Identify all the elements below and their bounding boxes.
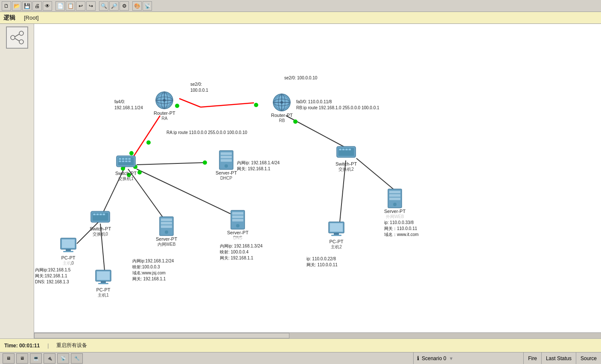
device-icon-5[interactable]: 📡 (57, 353, 69, 364)
device-icon-4[interactable]: 🔌 (44, 353, 55, 364)
svg-rect-90 (63, 251, 73, 252)
svg-rect-64 (96, 214, 99, 215)
pc2-info: ip: 110.0.0.22/8 网关: 110.0.0.11 (306, 250, 338, 274)
server-dhcp[interactable]: Server-PT DHCP (216, 150, 237, 181)
svg-rect-51 (119, 160, 121, 162)
svg-line-5 (179, 99, 201, 107)
svg-rect-84 (389, 194, 400, 197)
svg-rect-94 (98, 283, 108, 284)
scenario-label: Scenario 0 (422, 355, 446, 361)
pc2[interactable]: PC-PT 主机2 (327, 221, 346, 250)
svg-rect-92 (97, 271, 110, 280)
svg-point-1 (19, 31, 23, 35)
svg-rect-47 (119, 158, 121, 160)
svg-line-6 (201, 103, 254, 107)
source-button[interactable]: Source (576, 352, 601, 364)
bottom-right: ℹ Scenario 0 ▼ Fire Last Status Source (413, 352, 601, 364)
switch0[interactable]: Switch-PT 交换机0 (90, 207, 111, 237)
svg-rect-97 (334, 233, 339, 235)
copy-button[interactable]: 📄 (55, 1, 65, 11)
server-dns[interactable]: Server-PT DNS (227, 210, 248, 241)
svg-rect-88 (62, 239, 75, 248)
svg-rect-50 (128, 158, 131, 160)
device-icon-2[interactable]: 🖥 (16, 353, 28, 364)
undo-button[interactable]: ↩ (76, 1, 85, 11)
svg-point-27 (203, 160, 207, 165)
new-button[interactable]: 🗋 (2, 1, 11, 11)
svg-rect-65 (99, 214, 102, 215)
pc0-info: 内网ip:192.168.1.5 网关:192.168.1.1 DNS: 192… (35, 261, 70, 291)
svg-rect-68 (221, 152, 232, 155)
logic-label: 逻辑 (3, 14, 15, 22)
router-rb[interactable]: Router-PT RB (271, 92, 293, 123)
scenario-box: ℹ Scenario 0 ▼ (414, 355, 523, 361)
svg-rect-52 (122, 160, 125, 162)
device-icon-3[interactable]: 💻 (30, 353, 42, 364)
dhcp-info: 内网ip: 192.168.1.4/24 网关: 192.168.1.1 (237, 154, 280, 178)
rb-fa-port: fa0/0: 110.0.0.11/8 RB:ip route 192.168.… (296, 99, 379, 111)
print-button[interactable]: 🖨 (32, 1, 42, 11)
switch2[interactable]: Switch-PT 交换机2 (336, 143, 357, 172)
open-button[interactable]: 📂 (12, 1, 21, 11)
svg-rect-89 (66, 249, 71, 251)
main-canvas[interactable]: Router-PT RA fa4/0: 192.168.1.1/24 se2/0… (34, 24, 601, 338)
redo-button[interactable]: ↪ (86, 1, 96, 11)
canvas-scrollbar[interactable] (34, 332, 601, 338)
svg-rect-54 (128, 160, 131, 162)
svg-rect-57 (339, 149, 341, 151)
svg-rect-48 (122, 158, 125, 160)
svg-rect-58 (342, 149, 345, 151)
svg-point-26 (137, 170, 142, 175)
status-time: Time: 00:01:11 (4, 343, 40, 349)
svg-line-3 (15, 34, 19, 37)
svg-rect-49 (125, 158, 128, 160)
svg-rect-66 (103, 214, 105, 215)
svg-rect-60 (349, 149, 351, 151)
logic-view-icon[interactable] (6, 26, 28, 49)
server-inweb[interactable]: Server-PT 内网WEB (156, 216, 177, 247)
status-bar: Time: 00:01:11 | 重启所有设备 (0, 338, 601, 352)
preview-button[interactable]: 👁 (43, 1, 52, 11)
dns-info: 内网ip: 192.168.1.3/24 映射: 100.0.0.4 网关: 1… (220, 237, 263, 267)
bottom-devices: 🖥 🖥 💻 🔌 📡 🔧 (0, 353, 413, 364)
svg-point-2 (19, 40, 23, 44)
switch1[interactable]: Switch-PT 交换机1 (115, 152, 137, 181)
svg-line-10 (137, 163, 205, 165)
palette-button[interactable]: 🎨 (132, 1, 142, 11)
custom-button[interactable]: ⚙ (120, 1, 129, 11)
svg-rect-85 (389, 198, 400, 200)
bottom-bar: 🖥 🖥 💻 🔌 📡 🔧 ℹ Scenario 0 ▼ Fire Last Sta… (0, 352, 601, 364)
pc1[interactable]: PC-PT 主机1 (94, 269, 113, 298)
svg-rect-69 (221, 156, 232, 158)
svg-rect-79 (232, 215, 243, 218)
inweb-info: 内网ip:192.168.1.2/24 映射:100.0.0.3 域名:www.… (132, 252, 174, 288)
router-ra[interactable]: Router-PT RA (154, 90, 175, 121)
svg-rect-78 (232, 212, 243, 215)
zoom-out-button[interactable]: 🔎 (109, 1, 119, 11)
left-panel (0, 24, 34, 338)
ra-se-port: se2/0: 100.0.0.1 (190, 82, 208, 93)
last-status-button[interactable]: Last Status (541, 352, 576, 364)
zoom-in-button[interactable]: 🔍 (99, 1, 108, 11)
svg-rect-83 (389, 191, 400, 193)
svg-rect-74 (161, 222, 172, 224)
scroll-thumb[interactable] (34, 333, 289, 338)
svg-point-81 (236, 224, 239, 227)
svg-rect-73 (161, 218, 172, 221)
paste-button[interactable]: 📋 (66, 1, 75, 11)
device-icon-1[interactable]: 🖥 (3, 353, 15, 364)
ra-fa-port: fa4/0: 192.168.1.1/24 (114, 99, 143, 111)
device-icon-6[interactable]: 🔧 (71, 353, 83, 364)
logic-bar: 逻辑 [Root] (0, 12, 601, 24)
root-label: [Root] (24, 15, 39, 21)
rb-se-port: se2/0: 100.0.0.10 (284, 75, 317, 81)
svg-point-19 (146, 140, 151, 145)
network-button[interactable]: 📡 (143, 1, 152, 11)
fire-button[interactable]: Fire (523, 352, 541, 364)
svg-rect-80 (232, 219, 243, 221)
svg-rect-70 (221, 159, 232, 162)
save-button[interactable]: 💾 (22, 1, 32, 11)
svg-rect-96 (330, 223, 343, 232)
ra-route: RA:ip route 110.0.0.0 255.0.0.0 100.0.0.… (166, 130, 247, 136)
svg-rect-53 (125, 160, 128, 162)
